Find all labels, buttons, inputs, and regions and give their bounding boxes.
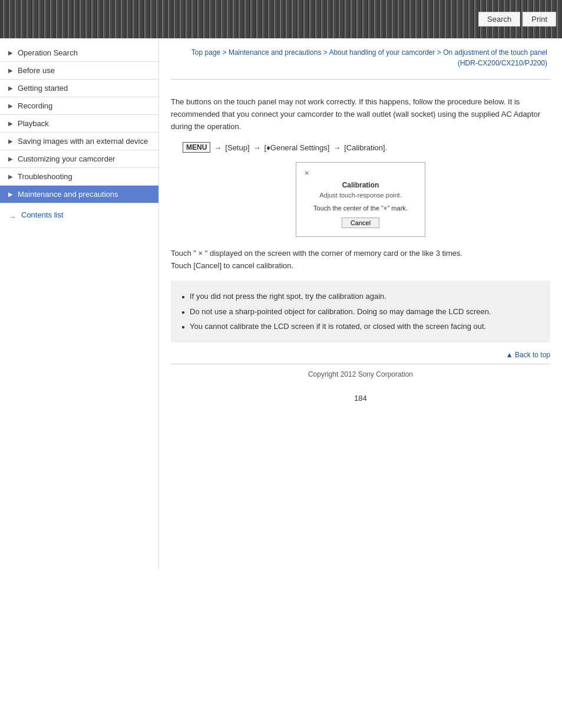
search-button[interactable]: Search [478,12,520,27]
arrow-icon: ▶ [8,85,13,91]
arrow-sym-3: → [333,143,340,152]
page-number: 184 [171,384,550,412]
arrow-right-icon [8,212,18,218]
sidebar-item-label: Customizing your camcorder [18,154,115,163]
copyright-text: Copyright 2012 Sony Corporation [308,370,413,378]
breadcrumb-about[interactable]: About handling of your camcorder [329,48,435,57]
breadcrumb-maintenance[interactable]: Maintenance and precautions [229,48,321,57]
sidebar-item-label: Saving images with an external device [18,137,148,146]
breadcrumb: Top page > Maintenance and precautions >… [171,47,550,68]
arrow-icon: ▶ [8,67,13,74]
touch-instruction-1: Touch " × " displayed on the screen with… [171,249,550,258]
arrow-icon: ▶ [8,173,13,180]
note-item: Do not use a sharp-pointed object for ca… [181,304,540,319]
calibration-dialog-wrap: × Calibration Adjust touch-response poin… [171,162,550,237]
notes-list: If you did not press the right spot, try… [181,289,540,334]
menu-step1: [Setup] [225,143,249,152]
content-area: Top page > Maintenance and precautions >… [159,38,562,569]
sidebar-item-label: Before use [18,66,55,75]
breadcrumb-current: On adjustment of the touch panel (HDR-CX… [443,48,547,67]
menu-box: MENU [183,142,210,153]
sidebar-item-label: Operation Search [18,48,78,57]
sidebar-item-label: Recording [18,101,52,110]
breadcrumb-sep1: > [220,48,229,57]
sidebar-item-label: Maintenance and precautions [18,190,118,199]
menu-step3: [Calibration]. [344,143,387,152]
back-to-top-link[interactable]: Back to top [171,351,550,359]
note-text: You cannot calibrate the LCD screen if i… [190,321,486,332]
sidebar-item-operation-search[interactable]: ▶ Operation Search [0,44,158,62]
main-layout: ▶ Operation Search ▶ Before use ▶ Gettin… [0,38,562,569]
sidebar: ▶ Operation Search ▶ Before use ▶ Gettin… [0,38,159,569]
sidebar-item-recording[interactable]: ▶ Recording [0,97,158,115]
sidebar-item-troubleshooting[interactable]: ▶ Troubleshooting [0,168,158,186]
menu-step2: [♦General Settings] [265,143,330,152]
page-title-area [171,79,550,88]
calib-subtitle: Adjust touch-response point. [305,192,416,199]
print-button[interactable]: Print [523,12,556,27]
note-item: You cannot calibrate the LCD screen if i… [181,319,540,334]
calib-close: × [305,169,416,177]
menu-instruction: MENU → [Setup] → [♦General Settings] → [… [183,142,550,153]
note-item: If you did not press the right spot, try… [181,289,540,304]
arrow-icon: ▶ [8,138,13,144]
arrow-icon: ▶ [8,120,13,127]
sidebar-item-customizing[interactable]: ▶ Customizing your camcorder [0,150,158,168]
sidebar-item-label: Getting started [18,84,68,93]
back-to-top-label: Back to top [515,351,550,359]
arrow-sym-1: → [214,143,222,152]
touch-instruction-2: Touch [Cancel] to cancel calibration. [171,261,550,270]
arrow-icon: ▶ [8,50,13,56]
sidebar-item-maintenance[interactable]: ▶ Maintenance and precautions [0,186,158,203]
header: Search Print [0,0,562,38]
arrow-icon: ▶ [8,156,13,162]
header-buttons: Search Print [478,12,556,27]
sidebar-item-label: Playback [18,119,49,128]
note-text: If you did not press the right spot, try… [190,291,386,302]
footer: Copyright 2012 Sony Corporation [171,364,550,384]
contents-list-label: Contents list [21,210,64,219]
sidebar-item-saving-images[interactable]: ▶ Saving images with an external device [0,133,158,150]
sidebar-item-playback[interactable]: ▶ Playback [0,115,158,133]
arrow-icon: ▶ [8,103,13,109]
calibration-dialog: × Calibration Adjust touch-response poin… [296,162,425,237]
body-text: The buttons on the touch panel may not w… [171,96,550,133]
breadcrumb-sep2: > [321,48,329,57]
breadcrumb-top[interactable]: Top page [191,48,220,57]
notes-box: If you did not press the right spot, try… [171,281,550,342]
breadcrumb-sep3: > [435,48,444,57]
sidebar-item-before-use[interactable]: ▶ Before use [0,62,158,80]
arrow-sym-2: → [253,143,261,152]
note-text: Do not use a sharp-pointed object for ca… [190,306,491,318]
calib-cancel-button[interactable]: Cancel [342,218,379,228]
calib-body: Touch the center of the "×" mark. [305,205,416,212]
sidebar-item-getting-started[interactable]: ▶ Getting started [0,80,158,97]
arrow-icon: ▶ [8,191,13,197]
contents-list-link[interactable]: Contents list [0,203,158,226]
calib-title: Calibration [305,181,416,189]
sidebar-item-label: Troubleshooting [18,172,72,181]
